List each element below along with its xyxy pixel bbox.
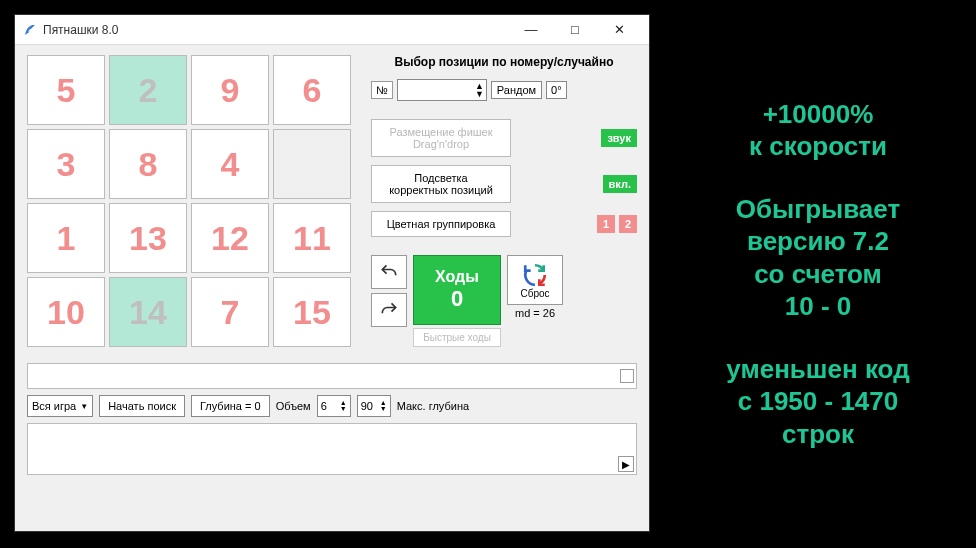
rotation-button[interactable]: 0° bbox=[546, 81, 567, 99]
promo-panel: +10000%к скорости Обыгрываетверсию 7.2со… bbox=[660, 0, 976, 548]
spinner-icon[interactable]: ▲▼ bbox=[475, 82, 484, 98]
enabled-badge[interactable]: вкл. bbox=[603, 175, 637, 193]
promo-speed: +10000%к скорости bbox=[749, 98, 887, 163]
recycle-icon bbox=[522, 262, 548, 288]
reset-button[interactable]: Сброс bbox=[507, 255, 563, 305]
volume-label: Объем bbox=[276, 400, 311, 412]
app-icon bbox=[23, 23, 37, 37]
app-window: Пятнашки 8.0 — □ ✕ 529638411312111014715… bbox=[14, 14, 650, 532]
moves-counter: Ходы 0 bbox=[413, 255, 501, 325]
promo-code: уменьшен кодс 1950 - 1470строк bbox=[726, 353, 909, 451]
tile-6[interactable]: 6 bbox=[273, 55, 351, 125]
colorgroup-option[interactable]: Цветная группировка bbox=[371, 211, 511, 237]
copy-icon[interactable] bbox=[620, 369, 634, 383]
tile-14[interactable]: 14 bbox=[109, 277, 187, 347]
output-area: ▶ bbox=[27, 423, 637, 475]
maxdepth-label: Макс. глубина bbox=[397, 400, 469, 412]
volume-1-input[interactable]: 6 ▲▼ bbox=[317, 395, 351, 417]
titlebar[interactable]: Пятнашки 8.0 — □ ✕ bbox=[15, 15, 649, 45]
maximize-button[interactable]: □ bbox=[553, 16, 597, 44]
empty-tile bbox=[273, 129, 351, 199]
tile-15[interactable]: 15 bbox=[273, 277, 351, 347]
search-controls: Вся игра ▼ Начать поиск Глубина = 0 Объе… bbox=[27, 395, 637, 417]
scope-select[interactable]: Вся игра ▼ bbox=[27, 395, 93, 417]
side-panel: Выбор позиции по номеру/случайно № ▲▼ Ра… bbox=[371, 55, 637, 347]
tile-8[interactable]: 8 bbox=[109, 129, 187, 199]
tile-11[interactable]: 11 bbox=[273, 203, 351, 273]
tile-2[interactable]: 2 bbox=[109, 55, 187, 125]
play-icon[interactable]: ▶ bbox=[618, 456, 634, 472]
tile-12[interactable]: 12 bbox=[191, 203, 269, 273]
minimize-button[interactable]: — bbox=[509, 16, 553, 44]
num-label: № bbox=[371, 81, 393, 99]
chevron-down-icon: ▼ bbox=[80, 402, 88, 411]
depth-display: Глубина = 0 bbox=[191, 395, 270, 417]
undo-button[interactable] bbox=[371, 255, 407, 289]
tile-3[interactable]: 3 bbox=[27, 129, 105, 199]
sound-badge[interactable]: звук bbox=[601, 129, 637, 147]
highlight-option[interactable]: Подсветка корректных позиций bbox=[371, 165, 511, 203]
tile-7[interactable]: 7 bbox=[191, 277, 269, 347]
tile-9[interactable]: 9 bbox=[191, 55, 269, 125]
fast-moves-button[interactable]: Быстрые ходы bbox=[413, 328, 501, 347]
color-chip-2[interactable]: 2 bbox=[619, 215, 637, 233]
tile-13[interactable]: 13 bbox=[109, 203, 187, 273]
puzzle-board: 529638411312111014715 bbox=[27, 55, 351, 347]
dragdrop-option[interactable]: Размещение фишек Drag'n'drop bbox=[371, 119, 511, 157]
start-search-button[interactable]: Начать поиск bbox=[99, 395, 185, 417]
close-button[interactable]: ✕ bbox=[597, 16, 641, 44]
tile-1[interactable]: 1 bbox=[27, 203, 105, 273]
position-input[interactable]: ▲▼ bbox=[397, 79, 487, 101]
tile-5[interactable]: 5 bbox=[27, 55, 105, 125]
md-label: md = 26 bbox=[515, 307, 555, 319]
info-bar bbox=[27, 363, 637, 389]
redo-button[interactable] bbox=[371, 293, 407, 327]
tile-4[interactable]: 4 bbox=[191, 129, 269, 199]
tile-10[interactable]: 10 bbox=[27, 277, 105, 347]
position-title: Выбор позиции по номеру/случайно bbox=[371, 55, 637, 69]
random-button[interactable]: Рандом bbox=[491, 81, 542, 99]
volume-2-input[interactable]: 90 ▲▼ bbox=[357, 395, 391, 417]
window-title: Пятнашки 8.0 bbox=[43, 23, 119, 37]
color-chip-1[interactable]: 1 bbox=[597, 215, 615, 233]
promo-beats: Обыгрываетверсию 7.2со счетом10 - 0 bbox=[736, 193, 900, 323]
